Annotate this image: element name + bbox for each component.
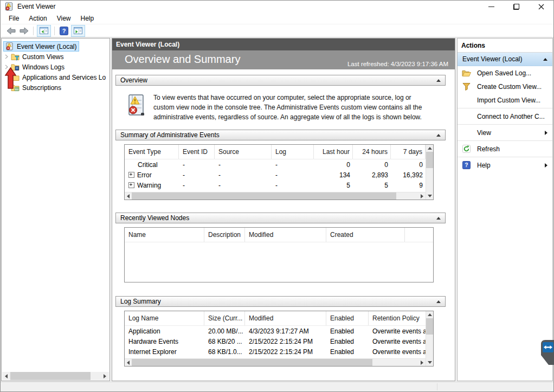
table-horizontal-scrollbar[interactable] xyxy=(125,192,426,200)
menu-file[interactable]: File xyxy=(4,13,24,24)
scrollbar-thumb[interactable] xyxy=(10,372,91,380)
collapse-icon[interactable] xyxy=(436,300,441,303)
tree-item-label: Subscriptions xyxy=(22,84,61,92)
cell-7-days: 16,392 xyxy=(391,170,426,180)
table-horizontal-scrollbar[interactable] xyxy=(125,358,426,366)
tree-item-label: Applications and Services Lo xyxy=(22,74,106,81)
table-vertical-scrollbar[interactable] xyxy=(426,145,433,200)
column-header[interactable]: Last hour xyxy=(314,145,353,159)
table-row[interactable]: Internet Explorer 68 KB/1.0... 2/15/2022… xyxy=(125,346,426,357)
column-header[interactable]: Event ID xyxy=(179,145,215,159)
menu-action[interactable]: Action xyxy=(24,13,51,24)
column-header[interactable]: Size (Curr... xyxy=(204,311,245,325)
menu-view[interactable]: View xyxy=(52,13,76,24)
column-header[interactable]: Retention Policy xyxy=(369,311,426,325)
scroll-right-icon[interactable] xyxy=(101,372,109,380)
restore-button[interactable] xyxy=(504,1,529,12)
back-button[interactable] xyxy=(4,25,17,36)
table-row[interactable]: Hardware Events 68 KB/20 ... 2/15/2022 2… xyxy=(125,336,426,346)
tree-item-event-viewer-local[interactable]: Event Viewer (Local) xyxy=(2,41,109,52)
scroll-down-icon[interactable] xyxy=(426,359,433,366)
scrollbar-thumb[interactable] xyxy=(426,318,433,335)
event-viewer-large-icon xyxy=(126,94,145,117)
tree-item-applications-services-logs[interactable]: Applications and Services Lo xyxy=(2,72,109,82)
table-row[interactable]: Critical - - - 0 0 0 xyxy=(125,159,426,170)
table-vertical-scrollbar[interactable] xyxy=(426,311,433,366)
forward-icon xyxy=(20,27,29,35)
scrollbar-thumb[interactable] xyxy=(132,359,372,366)
overview-section-header[interactable]: Overview xyxy=(115,75,446,86)
tree-horizontal-scrollbar[interactable] xyxy=(2,372,109,380)
expand-plus-icon[interactable] xyxy=(128,172,134,178)
actions-separator xyxy=(458,157,552,157)
table-row[interactable]: Application 20.00 MB/... 4/3/2023 9:17:2… xyxy=(125,326,426,336)
column-header[interactable]: Name xyxy=(125,228,204,242)
action-open-saved-log[interactable]: Open Saved Log... xyxy=(458,66,552,80)
scroll-left-icon[interactable] xyxy=(125,192,132,200)
window-title: Event Viewer xyxy=(17,3,55,10)
cell-enabled: Enabled xyxy=(326,336,369,346)
scroll-up-icon[interactable] xyxy=(426,311,433,318)
section-admin-events: Summary of Administrative Events Event T… xyxy=(115,130,446,200)
scrollbar-thumb[interactable] xyxy=(132,192,396,200)
tree-item-windows-logs[interactable]: Windows Logs xyxy=(2,62,109,72)
column-header[interactable]: Log xyxy=(272,145,314,159)
tree-item-custom-views[interactable]: Custom Views xyxy=(2,52,109,62)
column-header[interactable]: Enabled xyxy=(326,311,369,325)
recent-nodes-table: Name Description Modified Created xyxy=(124,227,434,282)
action-refresh[interactable]: Refresh xyxy=(458,142,552,156)
action-help[interactable]: ? Help xyxy=(458,158,552,172)
scroll-left-icon[interactable] xyxy=(125,359,132,366)
column-header[interactable]: Event Type xyxy=(125,145,179,159)
remote-control-dock-widget[interactable] xyxy=(540,340,554,365)
cell-last-hour: 5 xyxy=(314,180,353,190)
cell-24-hours: 5 xyxy=(353,180,391,190)
close-button[interactable] xyxy=(529,1,553,12)
log-summary-section-header[interactable]: Log Summary xyxy=(115,296,446,307)
column-header[interactable]: Description xyxy=(204,228,245,242)
action-import-custom-view[interactable]: Import Custom View... xyxy=(458,93,552,107)
column-header[interactable]: 7 days xyxy=(391,145,426,159)
column-header[interactable]: Created xyxy=(326,228,405,242)
scroll-up-icon[interactable] xyxy=(426,145,433,152)
show-action-pane-button[interactable] xyxy=(71,25,85,37)
show-console-tree-button[interactable] xyxy=(37,25,51,37)
collapse-icon[interactable] xyxy=(436,79,441,82)
scroll-down-icon[interactable] xyxy=(426,192,433,200)
table-header-row: Name Description Modified Created xyxy=(125,228,433,242)
action-connect-to-another-computer[interactable]: Connect to Another C... xyxy=(458,110,552,123)
cell-7-days: 0 xyxy=(391,159,426,170)
cell-modified: 2/15/2022 2:15:24 PM xyxy=(245,336,326,346)
column-header[interactable]: Source xyxy=(215,145,272,159)
admin-events-table: Event Type Event ID Source Log Last hour… xyxy=(124,144,434,200)
menu-help[interactable]: Help xyxy=(76,13,99,24)
collapse-icon[interactable] xyxy=(436,134,441,137)
scroll-right-icon[interactable] xyxy=(418,359,426,366)
scroll-right-icon[interactable] xyxy=(418,192,426,200)
cell-source: - xyxy=(215,159,272,170)
column-header[interactable]: 24 hours xyxy=(353,145,391,159)
scroll-left-icon[interactable] xyxy=(2,372,10,380)
action-create-custom-view[interactable]: Create Custom View... xyxy=(458,80,552,93)
forward-button[interactable] xyxy=(17,25,30,36)
event-viewer-app-icon xyxy=(4,2,13,11)
tree-item-subscriptions[interactable]: Subscriptions xyxy=(2,82,109,93)
table-row[interactable]: Warning - - - 5 5 9 xyxy=(125,180,426,190)
scrollbar-thumb[interactable] xyxy=(426,152,433,168)
collapse-icon[interactable] xyxy=(436,217,441,220)
column-header[interactable]: Modified xyxy=(245,311,326,325)
action-view[interactable]: View xyxy=(458,126,552,139)
help-button[interactable]: ? xyxy=(57,25,70,36)
admin-events-section-header[interactable]: Summary of Administrative Events xyxy=(115,130,446,140)
minimize-button[interactable] xyxy=(479,1,504,12)
chevron-right-icon[interactable] xyxy=(2,54,11,59)
column-header[interactable]: Log Name xyxy=(125,311,204,325)
actions-group-header[interactable]: Event Viewer (Local) xyxy=(458,53,552,66)
recent-nodes-section-header[interactable]: Recently Viewed Nodes xyxy=(115,213,446,223)
status-bar-separator xyxy=(437,383,437,390)
table-row[interactable]: Error - - - 134 2,893 16,392 xyxy=(125,170,426,180)
column-header[interactable]: Modified xyxy=(245,228,326,242)
log-summary-table: Log Name Size (Curr... Modified Enabled … xyxy=(124,311,434,367)
collapse-icon[interactable] xyxy=(543,58,547,61)
expand-plus-icon[interactable] xyxy=(128,182,134,188)
